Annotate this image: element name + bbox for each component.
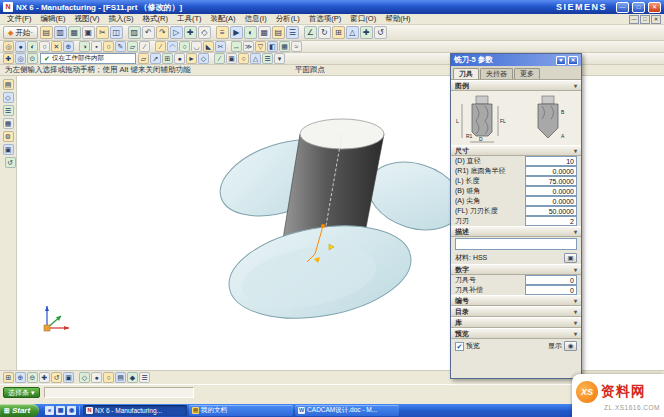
fillet-icon[interactable]: ◡ [191,41,202,52]
tab-tool[interactable]: 刀具 [453,68,479,79]
wireframe-icon[interactable]: ◇ [79,372,90,383]
trim-icon[interactable]: ✂ [215,41,226,52]
wcs-dynamics-icon[interactable]: ✚ [3,53,14,64]
minimize-button[interactable]: — [616,2,629,13]
datum-axis-icon[interactable]: ∕ [139,41,150,52]
print-icon[interactable]: ▣ [82,26,95,39]
selection-bar-dropdown[interactable]: 选择条 ▾ [3,387,40,398]
new-icon[interactable]: ▤ [40,26,53,39]
child-minimize-button[interactable]: — [629,15,639,24]
menu-item[interactable]: 分析(L) [272,14,304,24]
arc-icon[interactable]: ◠ [167,41,178,52]
datum-plane-icon[interactable]: ▱ [127,41,138,52]
zoom-icon[interactable]: △ [346,26,359,39]
copy-icon[interactable]: ◫ [110,26,123,39]
intersection-icon[interactable]: ✕ [51,41,62,52]
dialog-collapse-button[interactable]: ▾ [556,56,566,65]
internet-explorer-icon[interactable]: e [45,406,54,415]
section-header-preview[interactable]: 预览 ▾ [451,328,581,339]
menu-item[interactable]: 格式(R) [139,14,172,24]
constraint-navigator-icon[interactable]: ◇ [3,92,14,103]
section-header[interactable]: 目录▾ [451,306,581,317]
operation-navigator-icon[interactable]: ▦ [3,118,14,129]
media-player-icon[interactable]: ◉ [67,406,76,415]
offset-icon[interactable]: ≫ [243,41,254,52]
menu-item[interactable]: 首选项(P) [305,14,346,24]
rotate-icon[interactable]: ↺ [374,26,387,39]
dialog-titlebar[interactable]: 铣刀-5 参数 ▾ ✕ [451,54,581,66]
snap-settings-icon[interactable]: ⊙ [27,53,38,64]
point-on-curve-icon[interactable]: ○ [103,41,114,52]
existing-point-icon[interactable]: ▪ [91,41,102,52]
create-program-icon[interactable]: ▷ [170,26,183,39]
child-close-button[interactable]: ✕ [651,15,661,24]
sketch-icon[interactable]: ✎ [115,41,126,52]
section-header-dimensions[interactable]: 尺寸 ▾ [451,145,581,156]
machine-tool-view-icon[interactable]: ⚙ [3,131,14,142]
reuse-library-icon[interactable]: ▣ [3,144,14,155]
verify-toolpath-icon[interactable]: ◐ [244,26,257,39]
maximize-button[interactable]: □ [632,2,645,13]
create-tool-icon[interactable]: ✚ [184,26,197,39]
zoom-out-icon[interactable]: ⊖ [27,372,38,383]
trimetric-view-icon[interactable]: ◆ [127,372,138,383]
mirror-icon[interactable]: ◧ [267,41,278,52]
fit-view-icon[interactable]: ⊞ [332,26,345,39]
circle-icon[interactable]: ○ [179,41,190,52]
midpoint-icon[interactable]: ◐ [27,41,38,52]
measure-distance-icon[interactable]: ∠ [304,26,317,39]
field-input[interactable] [525,285,577,295]
section-header[interactable]: 库▾ [451,317,581,328]
quadrant-point-icon[interactable]: ◑ [79,41,90,52]
fit-icon[interactable]: ⊞ [3,372,14,383]
material-library-button[interactable]: ▣ [564,253,577,263]
point-dialog-icon[interactable]: ● [174,53,185,64]
plane-dialog-icon[interactable]: ▱ [138,53,149,64]
snapshot-icon[interactable]: ▣ [63,372,74,383]
display-button[interactable]: ◉ [564,341,577,351]
menu-item[interactable]: 文件(F) [3,14,36,24]
pan-icon[interactable]: ✚ [39,372,50,383]
shop-documentation-icon[interactable]: ▤ [272,26,285,39]
zoom-in-icon[interactable]: ⊕ [15,372,26,383]
vector-dialog-icon[interactable]: ↗ [150,53,161,64]
tab-more[interactable]: 更多 [514,68,540,79]
highlight-icon[interactable]: ○ [238,53,249,64]
field-input[interactable] [525,156,577,166]
inferred-icon[interactable]: ► [186,53,197,64]
expression-icon[interactable]: ≈ [291,41,302,52]
refresh-icon[interactable]: ↻ [318,26,331,39]
menu-item[interactable]: 插入(S) [105,14,138,24]
section-header-numbers[interactable]: 数字 ▾ [451,264,581,275]
menu-item[interactable]: 编辑(E) [37,14,70,24]
open-icon[interactable]: ▥ [54,26,67,39]
rotate-icon[interactable]: ↺ [51,372,62,383]
body-rule-icon[interactable]: ▣ [226,53,237,64]
taskbar-app-documents[interactable]: ▤ 我的文档 [189,405,293,416]
postprocess-icon[interactable]: ▦ [258,26,271,39]
windows-start-button[interactable]: ⊞ Start [0,404,39,417]
endpoint-icon[interactable]: ● [15,41,26,52]
generate-toolpath-icon[interactable]: ▶ [230,26,243,39]
field-input[interactable] [525,216,577,226]
csys-dialog-icon[interactable]: ⊞ [162,53,173,64]
front-view-icon[interactable]: ▤ [115,372,126,383]
extend-icon[interactable]: ↔ [231,41,242,52]
taskbar-app-nx[interactable]: N NX 6 - Manufacturing... [83,405,187,416]
menu-item[interactable]: 视图(V) [71,14,104,24]
snap-point-icon[interactable]: ◎ [3,41,14,52]
field-input[interactable] [525,166,577,176]
tab-holder[interactable]: 夹持器 [480,68,513,79]
menu-item[interactable]: 窗口(O) [346,14,380,24]
face-rule-icon[interactable]: ◇ [198,53,209,64]
field-input[interactable] [525,275,577,285]
field-input[interactable] [525,196,577,206]
dialog-close-button[interactable]: ✕ [568,56,578,65]
field-input[interactable] [525,176,577,186]
section-header-description[interactable]: 描述 ▾ [451,226,581,237]
project-icon[interactable]: ▽ [255,41,266,52]
menu-item[interactable]: 工具(T) [173,14,206,24]
view-menu-icon[interactable]: ▾ [274,53,285,64]
start-menu-button[interactable]: ◆ 开始· [3,26,38,39]
history-icon[interactable]: ↺ [5,157,16,168]
